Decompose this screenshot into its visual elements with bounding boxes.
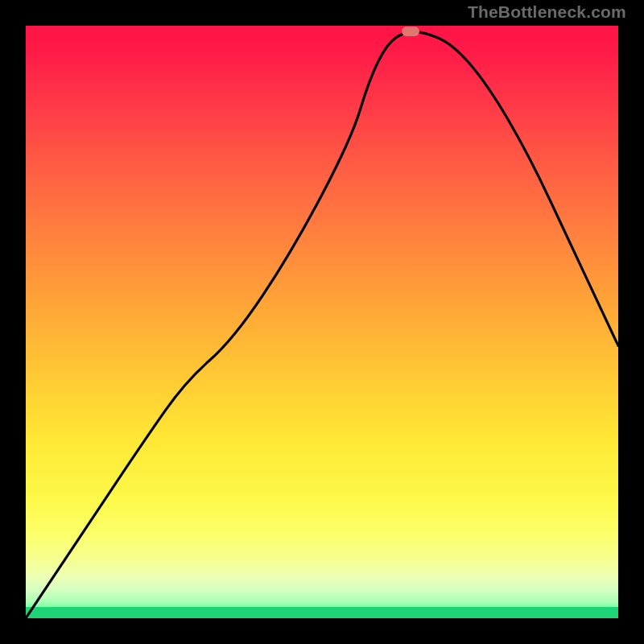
chart-frame: TheBottleneck.com — [0, 0, 644, 644]
plot-area — [26, 26, 618, 618]
bottleneck-curve — [26, 26, 618, 618]
minimum-marker — [402, 27, 419, 36]
watermark-text: TheBottleneck.com — [468, 2, 626, 22]
